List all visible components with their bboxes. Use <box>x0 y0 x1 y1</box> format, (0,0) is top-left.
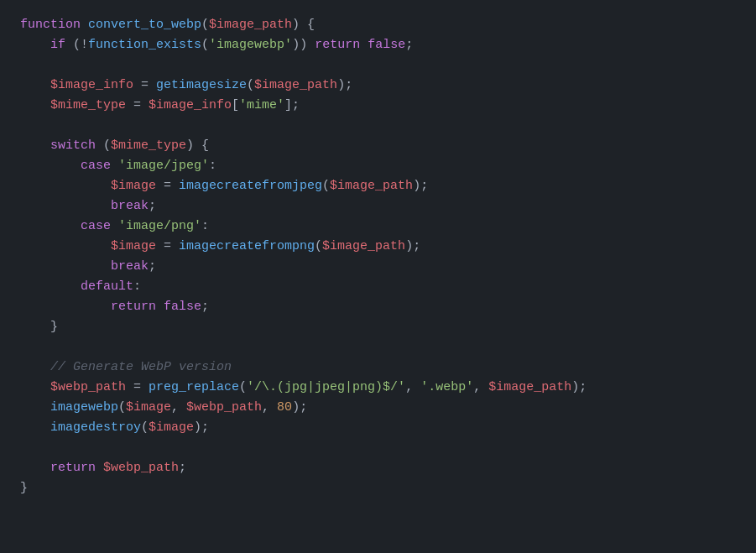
code-editor: function convert_to_webp($image_path) { … <box>20 15 736 498</box>
code-line: case 'image/jpeg': <box>20 156 736 176</box>
code-line: imagedestroy($image); <box>20 418 736 438</box>
code-line: return false; <box>20 297 736 317</box>
code-line: $image = imagecreatefrompng($image_path)… <box>20 237 736 257</box>
code-line: // Generate WebP version <box>20 357 736 378</box>
code-line: $image = imagecreatefromjpeg($image_path… <box>20 176 736 196</box>
code-line <box>20 337 736 357</box>
code-line: default: <box>20 277 736 297</box>
code-line: $mime_type = $image_info['mime']; <box>20 96 736 116</box>
code-line: break; <box>20 196 736 217</box>
code-line <box>20 438 736 458</box>
code-line <box>20 116 736 136</box>
code-line: function convert_to_webp($image_path) { <box>20 15 736 35</box>
code-line: if (!function_exists('imagewebp')) retur… <box>20 35 736 55</box>
code-line: return $webp_path; <box>20 458 736 478</box>
code-line <box>20 55 736 76</box>
code-line: break; <box>20 257 736 277</box>
code-line: } <box>20 478 736 498</box>
code-line: imagewebp($image, $webp_path, 80); <box>20 398 736 418</box>
code-line: } <box>20 317 736 337</box>
code-line: $image_info = getimagesize($image_path); <box>20 76 736 96</box>
code-line: case 'image/png': <box>20 217 736 237</box>
code-line: $webp_path = preg_replace('/\.(jpg|jpeg|… <box>20 378 736 398</box>
code-line: switch ($mime_type) { <box>20 136 736 156</box>
